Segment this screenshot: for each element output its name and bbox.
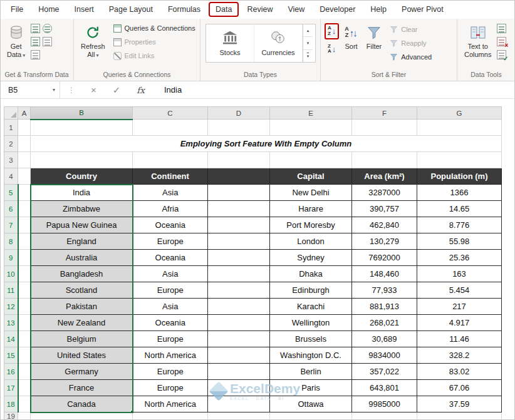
row-header-16[interactable]: 16 bbox=[4, 364, 18, 380]
cell-G14[interactable]: 11.46 bbox=[417, 331, 502, 347]
cell-E15[interactable]: Washington D.C. bbox=[270, 347, 352, 364]
cell-B13[interactable]: New Zealand bbox=[31, 315, 133, 331]
cell-B3[interactable] bbox=[31, 152, 133, 168]
row-header-12[interactable]: 12 bbox=[4, 299, 18, 315]
existing-connections-icon[interactable] bbox=[31, 50, 40, 59]
column-header-C[interactable]: C bbox=[133, 107, 208, 120]
formula-input[interactable]: India bbox=[164, 85, 182, 95]
sort-a-to-z-button[interactable]: AZ ↓ bbox=[325, 23, 339, 39]
cell-D12[interactable] bbox=[208, 299, 270, 315]
cell-B19[interactable] bbox=[31, 412, 133, 420]
currencies-gallery-item[interactable]: Currencies bbox=[254, 24, 303, 62]
cell-G13[interactable]: 4.917 bbox=[417, 315, 502, 331]
cell-B15[interactable]: United States bbox=[31, 347, 133, 364]
cell-E14[interactable]: Brussels bbox=[270, 331, 352, 347]
cell-A6[interactable] bbox=[18, 201, 31, 217]
cell-G4[interactable]: Population (m) bbox=[417, 168, 502, 185]
cell-C16[interactable]: Europe bbox=[133, 364, 208, 380]
column-header-E[interactable]: E bbox=[270, 107, 352, 120]
cell-A16[interactable] bbox=[18, 364, 31, 380]
flash-fill-icon[interactable] bbox=[497, 24, 506, 33]
cell-G18[interactable]: 37.59 bbox=[417, 396, 502, 412]
cell-A7[interactable] bbox=[18, 217, 31, 233]
cell-D14[interactable] bbox=[208, 331, 270, 347]
tab-help[interactable]: Help bbox=[363, 2, 393, 17]
row-header-4[interactable]: 4 bbox=[4, 168, 18, 185]
gallery-scroll-down-button[interactable]: ▾ bbox=[303, 37, 313, 49]
cell-B12[interactable]: Pakistan bbox=[31, 299, 133, 315]
cell-E1[interactable] bbox=[270, 120, 352, 136]
cell-C11[interactable]: Europe bbox=[133, 282, 208, 299]
cell-E9[interactable]: Sydney bbox=[270, 250, 352, 266]
cell-A11[interactable] bbox=[18, 282, 31, 299]
cell-A9[interactable] bbox=[18, 250, 31, 266]
cell-C15[interactable]: North America bbox=[133, 347, 208, 364]
row-header-3[interactable]: 3 bbox=[4, 152, 18, 168]
cell-B17[interactable]: France bbox=[31, 380, 133, 396]
column-header-D[interactable]: D bbox=[208, 107, 270, 120]
cell-C6[interactable]: Afria bbox=[133, 201, 208, 217]
cell-A8[interactable] bbox=[18, 233, 31, 250]
get-data-button[interactable]: Get Data▾ bbox=[4, 21, 28, 69]
cell-B7[interactable]: Papua New Guinea bbox=[31, 217, 133, 233]
row-header-6[interactable]: 6 bbox=[4, 201, 18, 217]
tab-insert[interactable]: Insert bbox=[68, 2, 101, 17]
fill-handle[interactable] bbox=[130, 410, 133, 412]
cell-G1[interactable] bbox=[417, 120, 502, 136]
cell-E12[interactable]: Karachi bbox=[270, 299, 352, 315]
cell-D15[interactable] bbox=[208, 347, 270, 364]
cell-A18[interactable] bbox=[18, 396, 31, 412]
cell-F3[interactable] bbox=[352, 152, 417, 168]
column-header-A[interactable]: A bbox=[18, 107, 31, 120]
cell-D18[interactable] bbox=[208, 396, 270, 412]
from-table-icon[interactable] bbox=[31, 37, 40, 46]
cell-G3[interactable] bbox=[417, 152, 502, 168]
cell-F16[interactable]: 357,022 bbox=[352, 364, 417, 380]
cell-F6[interactable]: 390,757 bbox=[352, 201, 417, 217]
cell-E4[interactable]: Capital bbox=[270, 168, 352, 185]
from-text-csv-icon[interactable] bbox=[31, 24, 40, 33]
cell-B4[interactable]: Country bbox=[31, 168, 133, 185]
cell-F17[interactable]: 643,801 bbox=[352, 380, 417, 396]
cell-A14[interactable] bbox=[18, 331, 31, 347]
cell-F15[interactable]: 9834000 bbox=[352, 347, 417, 364]
cell-A17[interactable] bbox=[18, 380, 31, 396]
cell-C3[interactable] bbox=[133, 152, 208, 168]
cell-E18[interactable]: Ottawa bbox=[270, 396, 352, 412]
edit-links-button[interactable]: Edit Links bbox=[111, 49, 198, 63]
cell-F19[interactable] bbox=[352, 412, 417, 420]
name-box[interactable]: B5 ▾ bbox=[0, 81, 60, 98]
cell-C5[interactable]: Asia bbox=[133, 185, 208, 201]
cell-F12[interactable]: 881,913 bbox=[352, 299, 417, 315]
gallery-scroll-up-button[interactable]: ▴ bbox=[303, 24, 313, 37]
row-header-2[interactable]: 2 bbox=[4, 136, 18, 152]
cell-A5[interactable] bbox=[18, 185, 31, 201]
worksheet-title-cell[interactable]: Employing Sort Feature With Empty Column bbox=[31, 136, 502, 152]
reapply-button[interactable]: Reapply bbox=[387, 36, 434, 50]
row-header-7[interactable]: 7 bbox=[4, 217, 18, 233]
cell-B5[interactable]: India bbox=[31, 185, 133, 201]
queries-connections-button[interactable]: Queries & Connections bbox=[111, 21, 198, 35]
cell-E16[interactable]: Berlin bbox=[270, 364, 352, 380]
cell-C4[interactable]: Continent bbox=[133, 168, 208, 185]
cell-G6[interactable]: 14.65 bbox=[417, 201, 502, 217]
row-header-11[interactable]: 11 bbox=[4, 282, 18, 299]
row-header-17[interactable]: 17 bbox=[4, 380, 18, 396]
insert-function-button[interactable]: fx bbox=[137, 85, 145, 95]
row-header-15[interactable]: 15 bbox=[4, 347, 18, 364]
row-header-14[interactable]: 14 bbox=[4, 331, 18, 347]
cell-F11[interactable]: 77,933 bbox=[352, 282, 417, 299]
cell-A3[interactable] bbox=[18, 152, 31, 168]
cell-A13[interactable] bbox=[18, 315, 31, 331]
cell-A2[interactable] bbox=[18, 136, 31, 152]
cell-C19[interactable] bbox=[133, 412, 208, 420]
row-header-8[interactable]: 8 bbox=[4, 233, 18, 250]
cell-B1[interactable] bbox=[31, 120, 133, 136]
cell-E5[interactable]: New Delhi bbox=[270, 185, 352, 201]
cancel-icon[interactable]: × bbox=[91, 85, 96, 95]
tab-data[interactable]: Data bbox=[209, 2, 239, 17]
cell-E6[interactable]: Harare bbox=[270, 201, 352, 217]
advanced-button[interactable]: Advanced bbox=[387, 50, 434, 64]
cell-G19[interactable] bbox=[417, 412, 502, 420]
cell-E8[interactable]: London bbox=[270, 233, 352, 250]
